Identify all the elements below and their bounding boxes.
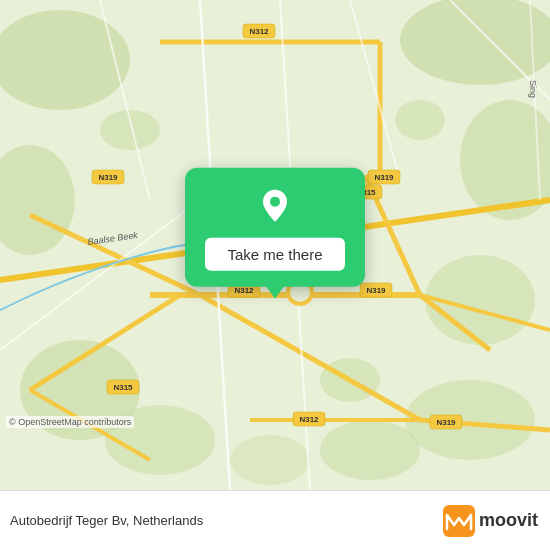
svg-text:N315: N315 <box>113 383 133 392</box>
moovit-icon <box>443 505 475 537</box>
svg-text:N319: N319 <box>366 286 386 295</box>
svg-point-9 <box>320 420 420 480</box>
svg-point-12 <box>395 100 445 140</box>
svg-point-10 <box>230 435 310 485</box>
business-name: Autobedrijf Teger Bv, Netherlands <box>10 513 203 528</box>
take-me-there-button[interactable]: Take me there <box>205 238 345 271</box>
popup-card: Take me there <box>185 168 365 287</box>
svg-text:N312: N312 <box>249 27 269 36</box>
svg-text:N312: N312 <box>299 415 319 424</box>
osm-credit: © OpenStreetMap contributors <box>6 416 134 428</box>
svg-text:N319: N319 <box>374 173 394 182</box>
map-container: N312 N319 N315 N319 N312 N319 N315 N312 … <box>0 0 550 490</box>
footer: Autobedrijf Teger Bv, Netherlands moovit <box>0 490 550 550</box>
svg-text:N312: N312 <box>234 286 254 295</box>
svg-point-57 <box>270 197 280 207</box>
location-pin-icon <box>255 186 295 226</box>
svg-text:N319: N319 <box>436 418 456 427</box>
moovit-text: moovit <box>479 510 538 531</box>
moovit-logo: moovit <box>443 505 538 537</box>
svg-text:Sing: Sing <box>528 80 538 98</box>
svg-text:N319: N319 <box>98 173 118 182</box>
